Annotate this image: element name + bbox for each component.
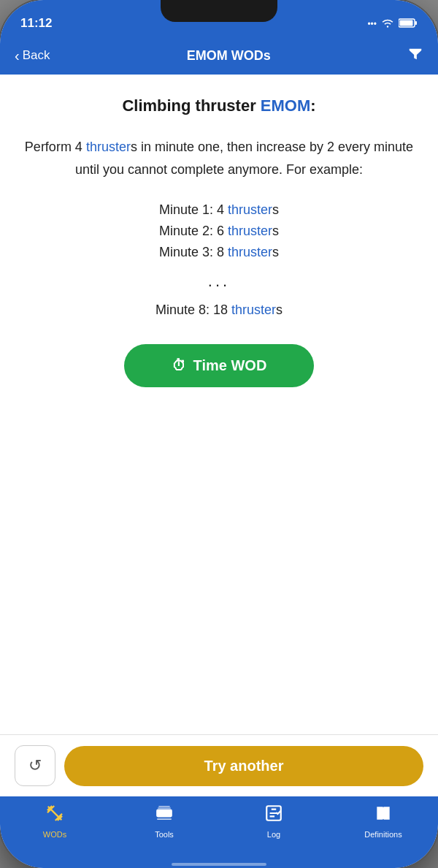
minute2-suffix: s: [272, 224, 279, 238]
minute8-prefix: Minute 8: 18: [155, 302, 231, 317]
tab-tools[interactable]: Tools: [110, 804, 219, 839]
workout-title: Climbing thruster EMOM:: [22, 96, 416, 115]
desc-thruster-link: thruster: [86, 140, 131, 154]
refresh-button[interactable]: ↺: [15, 745, 55, 786]
nav-bar: ‹ Back EMOM WODs: [0, 37, 438, 75]
workout-description: Perform 4 thrusters in minute one, then …: [22, 136, 416, 180]
definitions-label: Definitions: [364, 830, 402, 839]
tab-bar: WODs Tools Log: [0, 796, 438, 861]
signal-icon: •••: [367, 19, 377, 29]
minute3-row: Minute 3: 8 thrusters: [159, 245, 279, 260]
examples-list: Minute 1: 4 thrusters Minute 2: 6 thrust…: [22, 202, 416, 318]
svg-rect-1: [415, 21, 418, 25]
nav-title: EMOM WODs: [50, 48, 407, 64]
try-another-button[interactable]: Try another: [64, 746, 423, 786]
svg-rect-2: [400, 20, 413, 26]
home-indicator: [0, 861, 438, 868]
minute2-prefix: Minute 2: 6: [159, 224, 228, 238]
action-bar: ↺ Try another: [0, 734, 438, 796]
title-prefix: Climbing thruster: [122, 96, 260, 115]
battery-icon: [399, 18, 418, 31]
minute8-thruster: thruster: [231, 302, 276, 317]
title-highlight: EMOM: [261, 96, 310, 115]
minute8-row: Minute 8: 18 thrusters: [155, 302, 283, 318]
back-chevron-icon: ‹: [15, 47, 20, 64]
minute3-suffix: s: [272, 245, 279, 259]
status-time: 11:12: [20, 16, 52, 31]
status-icons: •••: [367, 18, 418, 31]
minute2-thruster: thruster: [228, 224, 272, 238]
wifi-icon: [381, 18, 394, 31]
minute1-thruster: thruster: [228, 202, 272, 217]
tools-label: Tools: [155, 830, 174, 839]
stopwatch-icon: ⏱: [172, 357, 186, 374]
desc-part1: Perform 4: [25, 140, 86, 154]
minute3-thruster: thruster: [228, 245, 272, 259]
log-icon: [264, 804, 283, 827]
log-label: Log: [267, 830, 280, 839]
refresh-icon: ↺: [28, 756, 42, 775]
main-content: Climbing thruster EMOM: Perform 4 thrust…: [0, 75, 438, 734]
definitions-icon: [374, 804, 393, 827]
back-button[interactable]: ‹ Back: [15, 47, 50, 64]
minute1-row: Minute 1: 4 thrusters: [159, 202, 279, 218]
filter-icon: [407, 46, 423, 62]
minute1-prefix: Minute 1: 4: [159, 202, 228, 217]
tab-definitions[interactable]: Definitions: [328, 804, 438, 839]
time-wod-button[interactable]: ⏱ Time WOD: [124, 344, 314, 387]
home-bar: [172, 863, 266, 866]
minute8-suffix: s: [276, 302, 283, 317]
time-wod-label: Time WOD: [193, 357, 267, 374]
back-label: Back: [23, 48, 50, 63]
minute1-suffix: s: [272, 202, 279, 217]
minute2-row: Minute 2: 6 thrusters: [159, 224, 279, 239]
wods-label: WODs: [43, 830, 66, 839]
tools-icon: [155, 804, 174, 827]
minute3-prefix: Minute 3: 8: [159, 245, 228, 259]
tab-wods[interactable]: WODs: [0, 804, 110, 839]
title-suffix: :: [310, 96, 315, 115]
ellipsis: ...: [208, 272, 230, 291]
filter-button[interactable]: [407, 46, 423, 65]
wods-icon: [45, 804, 64, 827]
tab-log[interactable]: Log: [219, 804, 328, 839]
